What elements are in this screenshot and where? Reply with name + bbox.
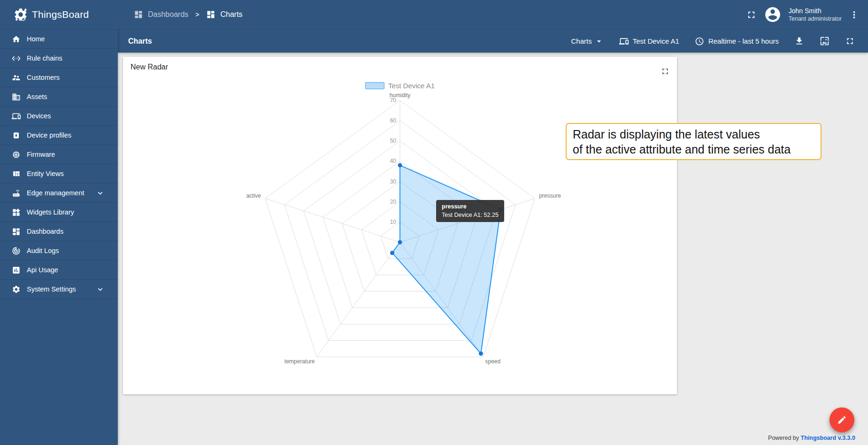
sidebar-item-devices[interactable]: Devices [0, 107, 118, 126]
state-select-value: Charts [571, 37, 592, 45]
user-role: Tenant administrator [789, 15, 842, 23]
sidebar-item-widgets-library[interactable]: Widgets Library [0, 203, 118, 222]
sidebar-item-label: Customers [27, 74, 111, 81]
app-header: ThingsBoard Dashboards > Charts John Smi… [0, 0, 868, 29]
radar-widget-card: New Radar Test Device A1 10203040506070h… [123, 57, 677, 394]
sidebar-item-label: Api Usage [27, 266, 111, 274]
sidebar-item-label: Rule chains [27, 54, 111, 62]
sidebar-item-audit-logs[interactable]: Audit Logs [0, 241, 118, 261]
dashboard-image-icon[interactable] [820, 36, 830, 46]
breadcrumb-separator: > [195, 11, 199, 18]
thingsboard-logo[interactable]: ThingsBoard [0, 7, 118, 22]
radar-tick-label: 10 [390, 219, 397, 225]
sidebar-item-label: Dashboards [27, 228, 111, 235]
radar-axis-label: pressure [539, 192, 561, 199]
radar-axis-label: temperature [284, 358, 315, 365]
export-download-icon[interactable] [794, 36, 804, 46]
radar-data-point[interactable] [499, 207, 503, 212]
avatar[interactable] [764, 6, 782, 23]
sidebar-item-label: System Settings [27, 285, 96, 293]
radar-series-polygon [392, 165, 501, 353]
assets-icon [12, 92, 21, 101]
sidebar-item-label: Device profiles [27, 131, 111, 139]
radar-tick-label: 60 [390, 117, 397, 124]
annotation-line-2: of the active attribute and time series … [573, 142, 814, 157]
edit-pencil-icon [837, 415, 847, 425]
sidebar-item-label: Widgets Library [27, 208, 111, 216]
chart-legend-item[interactable]: Test Device A1 [365, 82, 435, 90]
thingsboard-logo-icon [13, 7, 28, 22]
toolbar-fullscreen-icon[interactable] [845, 36, 855, 46]
sidebar-item-entity-views[interactable]: Entity Views [0, 164, 118, 184]
fullscreen-icon[interactable] [746, 9, 757, 20]
dashboard-title: Charts [128, 37, 152, 46]
radar-axis-label: humidity [390, 92, 411, 99]
legend-label: Test Device A1 [388, 82, 435, 90]
radar-tick-label: 50 [390, 138, 397, 144]
timewindow-value: Realtime - last 5 hours [708, 37, 779, 45]
app-title: ThingsBoard [32, 9, 89, 20]
breadcrumb-charts-label: Charts [220, 10, 242, 19]
sidebar-item-system-settings[interactable]: System Settings [0, 280, 118, 299]
radar-tick-label: 20 [390, 199, 397, 205]
more-vert-icon[interactable] [849, 9, 860, 20]
radar-axis-label: active [246, 192, 261, 199]
annotation-note: Radar is displaying the latest values of… [566, 123, 822, 160]
dashboards-icon [12, 227, 21, 236]
dashboard-icon [206, 10, 215, 19]
user-menu[interactable]: John Smith Tenant administrator [789, 7, 842, 23]
user-name: John Smith [789, 7, 842, 15]
breadcrumb: Dashboards > Charts [134, 10, 243, 19]
sidebar-item-label: Entity Views [27, 170, 111, 177]
breadcrumb-dashboards[interactable]: Dashboards [134, 10, 188, 19]
edge-icon [12, 189, 21, 198]
legend-swatch [365, 82, 384, 89]
radar-chart: 10203040506070humiditypressurespeedtempe… [123, 57, 677, 394]
sidebar-item-label: Edge management [27, 189, 96, 197]
radar-data-point[interactable] [398, 163, 402, 168]
sidebar-item-customers[interactable]: Customers [0, 68, 118, 87]
api-usage-icon [12, 266, 21, 275]
widget-expand-icon[interactable] [661, 67, 670, 76]
dashboard-icon [134, 10, 143, 19]
timewindow-select[interactable]: Realtime - last 5 hours [695, 37, 779, 46]
sidebar-item-edge-management[interactable]: Edge management [0, 184, 118, 203]
dashboard-state-select[interactable]: Charts [571, 37, 604, 46]
device-profiles-icon [12, 131, 21, 140]
dashboard-toolbar: Charts Charts Test Device A1 Realtime - … [118, 29, 868, 53]
toolbar-actions: Charts Test Device A1 Realtime - last 5 … [571, 36, 855, 46]
powered-by: Powered by Thingsboard v.3.3.0 [768, 435, 855, 441]
breadcrumb-dashboards-label: Dashboards [148, 10, 188, 19]
home-icon [12, 35, 21, 44]
chevron-down-icon [96, 189, 105, 198]
sidebar-item-api-usage[interactable]: Api Usage [0, 261, 118, 280]
entity-alias-device[interactable]: Test Device A1 [619, 37, 679, 46]
breadcrumb-charts[interactable]: Charts [206, 10, 242, 19]
radar-data-point[interactable] [398, 240, 402, 245]
sidebar-item-label: Firmware [27, 151, 111, 158]
radar-data-point[interactable] [479, 352, 483, 356]
audit-logs-icon [12, 246, 21, 255]
edit-dashboard-fab[interactable] [830, 407, 854, 432]
sidebar-item-firmware[interactable]: Firmware [0, 145, 118, 164]
sidebar-item-rule-chains[interactable]: Rule chains [0, 49, 118, 68]
clock-icon [695, 37, 704, 46]
header-actions: John Smith Tenant administrator [746, 6, 868, 23]
firmware-icon [12, 150, 21, 159]
rule-chains-icon [12, 54, 21, 63]
radar-axis-line [317, 242, 400, 357]
entity-views-icon [12, 169, 21, 178]
chevron-down-icon [96, 285, 105, 294]
sidebar: HomeRule chainsCustomersAssetsDevicesDev… [0, 29, 118, 445]
sidebar-item-dashboards[interactable]: Dashboards [0, 222, 118, 241]
radar-axis-line [265, 199, 400, 242]
customers-icon [12, 73, 21, 82]
sidebar-item-label: Assets [27, 93, 111, 100]
sidebar-item-device-profiles[interactable]: Device profiles [0, 126, 118, 145]
radar-data-point[interactable] [390, 251, 394, 255]
sidebar-item-label: Devices [27, 112, 111, 120]
sidebar-item-assets[interactable]: Assets [0, 87, 118, 107]
sidebar-item-home[interactable]: Home [0, 30, 118, 49]
thingsboard-version-link[interactable]: Thingsboard v.3.3.0 [801, 435, 855, 441]
devices-icon [619, 37, 629, 46]
